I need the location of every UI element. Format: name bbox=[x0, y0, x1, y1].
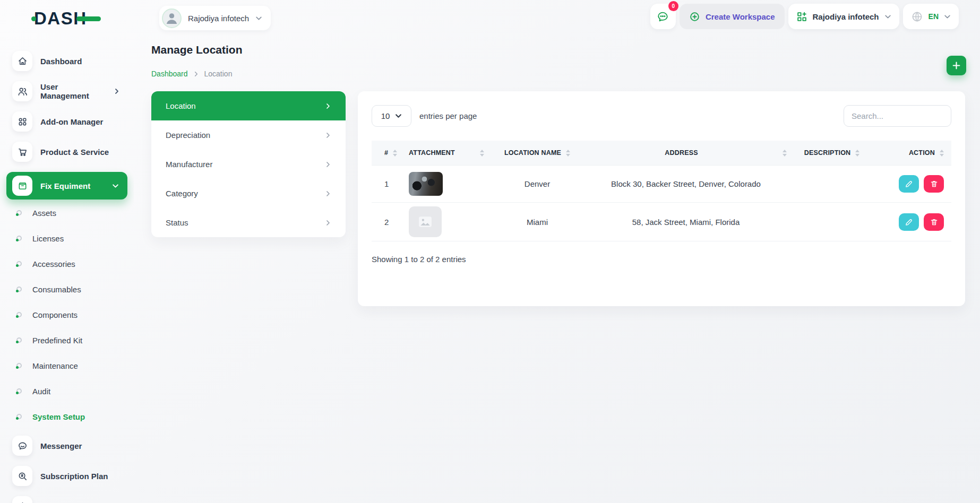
attachment-thumbnail[interactable] bbox=[409, 172, 443, 196]
table-row: 2 Miami 58, Jack Street, Miami, Florida bbox=[372, 202, 951, 241]
setup-menu-location[interactable]: Location bbox=[151, 91, 346, 120]
column-header-address[interactable]: ADDRESS bbox=[585, 149, 787, 157]
sidebar-item-fix-equipment[interactable]: Fix Equiment bbox=[6, 172, 127, 200]
delete-button[interactable] bbox=[924, 175, 944, 193]
language-dropdown[interactable]: EN bbox=[903, 4, 959, 29]
edit-button[interactable] bbox=[899, 175, 919, 193]
users-icon bbox=[12, 81, 32, 101]
table-summary: Showing 1 to 2 of 2 entries bbox=[372, 255, 951, 264]
chevron-down-icon bbox=[255, 15, 262, 22]
chevron-down-icon bbox=[884, 13, 891, 20]
sidebar-subitem-maintenance[interactable]: Maintenance bbox=[0, 359, 134, 372]
image-placeholder-icon bbox=[418, 216, 432, 228]
chevron-right-icon bbox=[193, 71, 199, 77]
sidebar-subitem-accessories[interactable]: Accessories bbox=[0, 257, 134, 270]
sort-icon bbox=[566, 150, 570, 157]
sidebar-item-user-management[interactable]: User Management bbox=[0, 81, 134, 101]
app-logo[interactable]: DASH bbox=[34, 8, 87, 29]
add-location-button[interactable] bbox=[947, 56, 966, 75]
workspace-user-dropdown[interactable]: Rajodiya infotech bbox=[159, 6, 271, 30]
column-header-num[interactable]: # bbox=[372, 149, 396, 157]
sidebar-item-label: Product & Service bbox=[40, 148, 109, 157]
avatar bbox=[162, 8, 182, 28]
sidebar-subitem-audit[interactable]: Audit bbox=[0, 385, 134, 397]
location-table-card: 10 entries per page # ATTACHMENT LOCATIO… bbox=[358, 91, 965, 306]
table-row: 1 Denver Block 30, Backer Street, Denver… bbox=[372, 165, 951, 202]
location-name-cell: Denver bbox=[489, 179, 585, 188]
chat-bubble-icon bbox=[657, 11, 669, 23]
setup-menu-category[interactable]: Category bbox=[151, 179, 346, 208]
sidebar-item-label: User Management bbox=[40, 82, 106, 100]
breadcrumb-current: Location bbox=[204, 70, 233, 78]
bullet-icon bbox=[16, 210, 22, 215]
sidebar-subitem-components[interactable]: Components bbox=[0, 308, 134, 321]
sidebar-item-settings[interactable]: Settings bbox=[0, 496, 134, 503]
bullet-icon bbox=[16, 287, 22, 292]
create-workspace-label: Create Workspace bbox=[706, 12, 775, 21]
workspace-user-label: Rajodiya infotech bbox=[188, 14, 249, 23]
messages-badge: 0 bbox=[668, 1, 678, 11]
company-dropdown[interactable]: Rajodiya infotech bbox=[788, 4, 899, 29]
company-label: Rajodiya infotech bbox=[813, 12, 879, 21]
bullet-icon bbox=[16, 414, 22, 419]
sidebar-subitem-predefined-kit[interactable]: Predefined Kit bbox=[0, 334, 134, 346]
language-label: EN bbox=[929, 12, 939, 21]
sidebar-subitem-consumables[interactable]: Consumables bbox=[0, 283, 134, 296]
search-input[interactable] bbox=[844, 105, 951, 127]
sidebar-subitem-assets[interactable]: Assets bbox=[0, 206, 134, 219]
column-header-attachment[interactable]: ATTACHMENT bbox=[396, 149, 489, 157]
column-header-location-name[interactable]: LOCATION NAME bbox=[489, 149, 585, 157]
setup-menu-depreciation[interactable]: Depreciation bbox=[151, 120, 346, 150]
chevron-right-icon bbox=[325, 190, 331, 197]
sidebar-subitem-system-setup[interactable]: System Setup bbox=[0, 410, 134, 423]
bullet-icon bbox=[16, 337, 22, 343]
column-header-action[interactable]: ACTION bbox=[877, 149, 951, 157]
sidebar-item-subscription-plan[interactable]: Subscription Plan bbox=[0, 466, 134, 486]
sidebar-item-label: Messenger bbox=[40, 441, 82, 450]
setup-menu-status[interactable]: Status bbox=[151, 208, 346, 237]
sidebar-subitem-licenses[interactable]: Licenses bbox=[0, 232, 134, 245]
sidebar-item-label: Subscription Plan bbox=[40, 472, 108, 481]
cart-icon bbox=[12, 142, 32, 162]
location-table: # ATTACHMENT LOCATION NAME ADDRESS DESCR… bbox=[372, 141, 951, 241]
grid-icon bbox=[12, 111, 32, 132]
trash-icon bbox=[930, 218, 938, 226]
column-header-description[interactable]: DESCRIPTION bbox=[787, 149, 877, 157]
sidebar-item-addon-manager[interactable]: Add-on Manager bbox=[0, 111, 134, 132]
sidebar-nav: Dashboard User Management Add-on Manager… bbox=[0, 51, 134, 503]
breadcrumb: Dashboard Location bbox=[151, 70, 232, 78]
chevron-right-icon bbox=[325, 132, 331, 138]
chevron-right-icon bbox=[114, 88, 120, 94]
bullet-icon bbox=[16, 312, 22, 317]
messages-button[interactable]: 0 bbox=[650, 4, 676, 29]
edit-button[interactable] bbox=[899, 213, 919, 231]
page-title: Manage Location bbox=[151, 44, 243, 56]
chevron-down-icon bbox=[944, 13, 951, 20]
topbar-actions: 0 Create Workspace Rajodiya infotech EN bbox=[650, 4, 959, 29]
entries-per-page-select[interactable]: 10 bbox=[372, 105, 411, 127]
logo-dash-accent bbox=[76, 16, 101, 21]
address-cell: 58, Jack Street, Miami, Florida bbox=[585, 218, 787, 227]
equipment-box-icon bbox=[12, 176, 32, 196]
plus-circle-icon bbox=[689, 11, 700, 22]
delete-button[interactable] bbox=[924, 213, 944, 231]
sidebar-item-product-service[interactable]: Product & Service bbox=[0, 142, 134, 162]
chevron-down-icon bbox=[395, 112, 402, 119]
chevron-down-icon bbox=[112, 183, 119, 189]
breadcrumb-dashboard-link[interactable]: Dashboard bbox=[151, 70, 188, 78]
sidebar-item-label: Add-on Manager bbox=[40, 117, 103, 126]
table-header-row: # ATTACHMENT LOCATION NAME ADDRESS DESCR… bbox=[372, 141, 951, 165]
gear-icon bbox=[12, 496, 32, 503]
search-dollar-icon bbox=[12, 466, 32, 486]
setup-menu-manufacturer[interactable]: Manufacturer bbox=[151, 150, 346, 179]
sidebar-item-messenger[interactable]: Messenger bbox=[0, 436, 134, 456]
sidebar-item-dashboard[interactable]: Dashboard bbox=[0, 51, 134, 71]
entries-per-page-value: 10 bbox=[381, 111, 390, 120]
system-setup-menu: Location Depreciation Manufacturer Categ… bbox=[151, 91, 346, 237]
entries-per-page-label: entries per page bbox=[419, 111, 477, 120]
chevron-right-icon bbox=[325, 161, 331, 168]
pencil-icon bbox=[905, 180, 913, 188]
sidebar: DASH Dashboard User Management Add-on Ma… bbox=[0, 0, 134, 503]
workspace-grid-icon bbox=[796, 11, 807, 22]
create-workspace-button[interactable]: Create Workspace bbox=[680, 4, 785, 29]
